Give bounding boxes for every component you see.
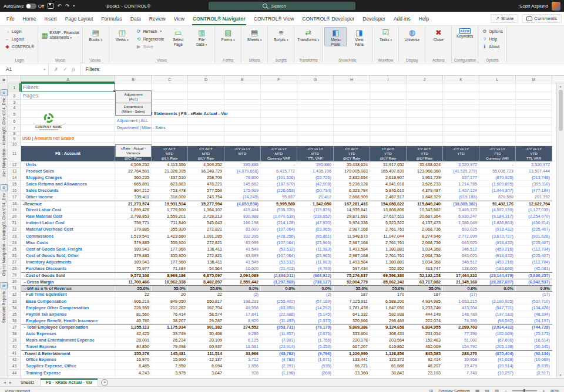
grid-cell[interactable]: 296,469 (370, 317, 407, 323)
account-name[interactable]: Direct Labor Cost (21, 207, 115, 213)
grid-cell[interactable]: 8,969,186 (152, 273, 188, 278)
grid-cell[interactable]: 1,175,934 (152, 325, 188, 330)
grid-cell[interactable]: 2,618,907 (370, 174, 407, 180)
grid-cell[interactable]: 55.0% (152, 286, 188, 291)
grid-cell[interactable]: 22 (188, 292, 224, 298)
grid-cell[interactable]: 61,686 (370, 363, 407, 369)
row-header-17[interactable]: 17 (8, 194, 21, 200)
grid-cell[interactable]: 74,395 (443, 317, 479, 323)
grid-cell[interactable]: - (479, 161, 516, 167)
sheets-button[interactable]: ▤Sheets▾ (243, 27, 266, 43)
grid-cell[interactable]: (535) (297, 363, 334, 369)
ribbon-tab-view[interactable]: View (170, 12, 189, 25)
grid-cell[interactable]: 1,342,050 (297, 201, 334, 207)
options-button[interactable]: ⚙Options (480, 28, 504, 35)
grid-cell[interactable]: (107,064) (261, 227, 297, 232)
grid-cell[interactable]: 18,281 (188, 376, 224, 378)
grid-cell[interactable]: 167,281,416 (334, 201, 370, 207)
grid-cell[interactable]: 145,662 (224, 181, 261, 187)
column-header-F[interactable]: F (261, 76, 297, 83)
grid-cell[interactable]: 20 (152, 292, 188, 298)
grid-cell[interactable]: 145,481 (152, 351, 188, 356)
grid-cell[interactable]: 5,569 (224, 376, 261, 378)
grid-cell[interactable]: (53,532) (261, 259, 297, 265)
grid-cell[interactable]: (1,766) (297, 337, 334, 343)
grid-cell[interactable]: (1,070,639) (261, 214, 297, 219)
grid-cell[interactable]: 220,178 (334, 337, 370, 343)
grid-cell[interactable]: (197,183) (479, 311, 516, 317)
grid-cell[interactable]: 23,850 (152, 376, 188, 378)
grid-cell[interactable]: 49,558 (224, 305, 261, 310)
grid-cell[interactable]: (7,891) (261, 337, 297, 343)
grid-cell[interactable]: 6,323,794 (334, 187, 370, 193)
grid-cell[interactable]: 4,243 (115, 370, 152, 376)
page-selector-department[interactable]: Department(Milan - Sales) (115, 103, 152, 116)
close-button[interactable]: ✖Close (427, 27, 449, 42)
transforms-button[interactable]: ⇄Transforms▾ (296, 27, 320, 43)
grid-cell[interactable]: 66,721 (334, 363, 370, 369)
grid-cell[interactable]: 355,920 (152, 239, 188, 245)
column-header-M[interactable]: M (516, 76, 552, 83)
grid-cell[interactable]: 10,343,682 (407, 207, 443, 213)
grid-cell[interactable]: 20,109 (188, 337, 224, 343)
grid-cell[interactable]: 2,068,736 (407, 252, 443, 258)
account-name[interactable]: - Gross Margin (21, 279, 115, 285)
ribbon-tab-insert[interactable]: Insert (40, 12, 61, 25)
grid-cell[interactable]: 5,846,610 (370, 187, 407, 193)
row-header-15[interactable]: 15 (8, 181, 21, 187)
grid-cell[interactable]: 28,001 (115, 337, 152, 343)
grid-cell[interactable]: 12,187 (188, 357, 224, 363)
grid-cell[interactable]: 1,364,107 (188, 207, 224, 213)
row-header-45[interactable]: 45 (8, 376, 21, 378)
grid-cell[interactable]: 46,436 (443, 376, 479, 378)
grid-cell[interactable]: 2,761,761 (370, 239, 407, 245)
grid-cell[interactable]: (1,196) (261, 370, 297, 376)
grid-cell[interactable]: 138,605 (443, 266, 479, 272)
grid-cell[interactable]: (21,413) (261, 266, 297, 272)
grid-cell[interactable]: 12,622,794 (516, 201, 552, 207)
grid-cell[interactable]: (50,345) (516, 344, 552, 350)
grid-cell[interactable]: 1,255,113 (115, 325, 152, 330)
grid-cell[interactable]: 201,392 (516, 194, 552, 200)
grid-cell[interactable]: 136,411 (188, 259, 224, 265)
grid-cell[interactable]: (48,394) (516, 311, 552, 317)
column-header-J[interactable]: J (407, 76, 443, 83)
grid-cell[interactable]: 2,668,909 (334, 194, 370, 200)
column-header-D[interactable]: D (188, 76, 224, 83)
grid-cell[interactable]: 1,856 (224, 363, 261, 369)
grid-cell[interactable]: 9,869,386 (334, 325, 370, 330)
grid-cell[interactable]: (619,188) (443, 194, 479, 200)
column-header-H[interactable]: H (334, 76, 370, 83)
grid-cell[interactable]: 41,549 (224, 246, 261, 252)
account-name[interactable]: Purchase Discounts (21, 266, 115, 272)
grid-cell[interactable]: 1,436,106 (297, 168, 334, 174)
grid-cell[interactable]: 29,871,681 (334, 214, 370, 219)
grid-cell[interactable]: 395,886 (297, 161, 334, 167)
zoom-slider[interactable] (512, 390, 537, 391)
grid-cell[interactable]: (4,653,530) (224, 201, 261, 207)
grid-cell[interactable]: (2,190,925) (479, 298, 516, 304)
grid-cell[interactable]: (375,404) (479, 351, 516, 356)
ribbon-tab-control-developer[interactable]: CONTROL® Developer (298, 12, 358, 25)
grid-cell[interactable]: 55.0% (115, 286, 152, 291)
grid-cell[interactable]: 95,657 (261, 194, 297, 200)
account-name[interactable]: Meals and Entertainment Expense (21, 337, 115, 343)
grid-cell[interactable]: 272,821 (188, 227, 224, 232)
grid-cell[interactable]: 13,507,444 (516, 168, 552, 174)
grid-cell[interactable]: 6,875,097 (188, 273, 224, 278)
grid-cell[interactable]: 55.0% (334, 286, 370, 291)
grid-cell[interactable]: 2,987,168 (334, 239, 370, 245)
name-box-chevron-icon[interactable]: ▾ (43, 67, 45, 71)
grid-cell[interactable]: 6,415,772 (261, 168, 297, 174)
grid-cell[interactable]: 5,236,128 (334, 181, 370, 187)
grid-cell[interactable]: 413,304 (443, 305, 479, 310)
grid-cell[interactable]: 3,465,123 (443, 207, 479, 213)
grid-cell[interactable]: 641,332 (334, 311, 370, 317)
grid-cell[interactable]: 1,493,584 (334, 246, 370, 252)
grid-cell[interactable]: 6,094 (188, 363, 224, 369)
grid-cell[interactable]: 901,382 (188, 325, 224, 330)
grid-cell[interactable]: (63,850) (261, 305, 297, 310)
row-header-44[interactable]: 44 (8, 370, 21, 376)
grid-cell[interactable]: 15,479 (443, 363, 479, 369)
grid-cell[interactable]: (67,696) (479, 337, 516, 343)
